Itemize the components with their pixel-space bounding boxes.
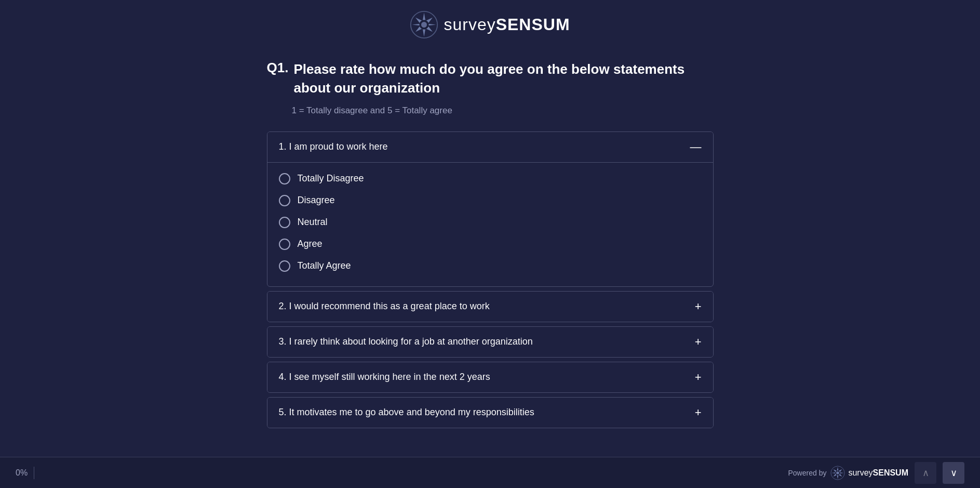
radio-label-totally-agree: Totally Agree — [298, 260, 351, 271]
accordion-container: 1. I am proud to work here — Totally Dis… — [267, 131, 714, 428]
svg-point-2 — [421, 22, 427, 28]
radio-option-agree[interactable]: Agree — [279, 233, 702, 255]
radio-circle-5[interactable] — [279, 260, 290, 272]
accordion-item-2: 2. I would recommend this as a great pla… — [267, 291, 714, 322]
accordion-header-4[interactable]: 4. I see myself still working here in th… — [267, 362, 713, 392]
powered-logo: surveySENSUM — [830, 466, 908, 480]
question-header: Q1. Please rate how much do you agree on… — [267, 60, 714, 98]
accordion-item-1: 1. I am proud to work here — Totally Dis… — [267, 131, 714, 287]
powered-by: Powered by surveySENSUM — [788, 466, 908, 480]
accordion-header-1[interactable]: 1. I am proud to work here — — [267, 132, 713, 162]
question-number: Q1. — [267, 60, 289, 98]
radio-option-neutral[interactable]: Neutral — [279, 212, 702, 233]
radio-option-totally-disagree[interactable]: Totally Disagree — [279, 168, 702, 190]
minus-icon: — — [690, 141, 702, 153]
nav-down-button[interactable]: ∨ — [943, 462, 964, 484]
accordion-body-1: Totally Disagree Disagree Neutral Agree … — [267, 162, 713, 286]
accordion-header-2[interactable]: 2. I would recommend this as a great pla… — [267, 292, 713, 322]
accordion-label-1: 1. I am proud to work here — [279, 141, 388, 152]
radio-label-agree: Agree — [298, 239, 323, 249]
radio-circle-2[interactable] — [279, 195, 290, 206]
accordion-label-3: 3. I rarely think about looking for a jo… — [279, 336, 533, 347]
plus-icon-4: + — [695, 372, 702, 383]
nav-up-button[interactable]: ∧ — [915, 462, 936, 484]
radio-circle-4[interactable] — [279, 239, 290, 250]
accordion-label-4: 4. I see myself still working here in th… — [279, 372, 490, 383]
powered-logo-text: surveySENSUM — [848, 468, 908, 478]
question-text: Please rate how much do you agree on the… — [293, 60, 713, 98]
logo-text: surveySENSUM — [444, 15, 570, 34]
footer: 0% Powered by surveySENSUM ∧ ∨ — [0, 457, 980, 488]
svg-point-5 — [837, 471, 840, 474]
accordion-header-3[interactable]: 3. I rarely think about looking for a jo… — [267, 327, 713, 357]
question-scale: 1 = Totally disagree and 5 = Totally agr… — [292, 105, 714, 116]
header: surveySENSUM — [0, 0, 980, 44]
radio-option-disagree[interactable]: Disagree — [279, 190, 702, 212]
plus-icon-3: + — [695, 336, 702, 348]
radio-label-totally-disagree: Totally Disagree — [298, 173, 364, 184]
chevron-up-icon: ∧ — [922, 467, 929, 479]
footer-right: Powered by surveySENSUM ∧ ∨ — [788, 462, 964, 484]
radio-circle-3[interactable] — [279, 217, 290, 228]
plus-icon-5: + — [695, 407, 702, 418]
accordion-item-3: 3. I rarely think about looking for a jo… — [267, 326, 714, 358]
accordion-item-5: 5. It motivates me to go above and beyon… — [267, 397, 714, 428]
accordion-label-2: 2. I would recommend this as a great pla… — [279, 301, 490, 312]
powered-logo-bold: SENSUM — [873, 468, 908, 477]
powered-logo-light: survey — [848, 468, 872, 477]
radio-label-disagree: Disagree — [298, 195, 335, 206]
main-content: Q1. Please rate how much do you agree on… — [257, 44, 724, 480]
powered-logo-icon — [830, 466, 845, 480]
accordion-item-4: 4. I see myself still working here in th… — [267, 362, 714, 393]
progress-divider — [34, 467, 34, 479]
progress-text: 0% — [16, 468, 28, 478]
accordion-header-5[interactable]: 5. It motivates me to go above and beyon… — [267, 398, 713, 428]
powered-by-label: Powered by — [788, 469, 826, 477]
radio-label-neutral: Neutral — [298, 217, 328, 228]
plus-icon-2: + — [695, 301, 702, 312]
chevron-down-icon: ∨ — [950, 467, 957, 479]
accordion-label-5: 5. It motivates me to go above and beyon… — [279, 407, 534, 418]
logo: surveySENSUM — [410, 10, 570, 39]
footer-left: 0% — [16, 467, 41, 479]
logo-icon — [410, 10, 438, 39]
radio-option-totally-agree[interactable]: Totally Agree — [279, 255, 702, 277]
radio-circle-1[interactable] — [279, 173, 290, 184]
